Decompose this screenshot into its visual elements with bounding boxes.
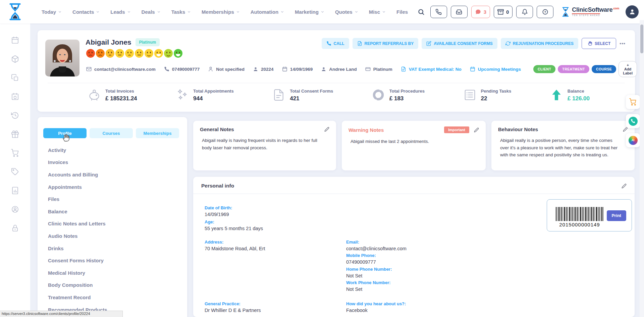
rail-lock-icon[interactable]	[11, 224, 19, 232]
client-tier[interactable]: Platinum	[365, 66, 392, 72]
mood-emoji-10[interactable]	[174, 49, 182, 58]
report-referrals-button[interactable]: REPORT REFERRALS BY	[353, 38, 419, 49]
vat-exempt-link[interactable]: VAT Exempt Medical: No	[401, 66, 462, 72]
refresh-icon	[505, 41, 511, 46]
client-owner[interactable]: Andree Land	[321, 66, 357, 72]
tab-profile[interactable]: Profile	[43, 128, 87, 138]
nav-item-deals[interactable]: Deals	[142, 9, 161, 15]
menu-item-invoices[interactable]: Invoices	[48, 156, 181, 169]
nav-item-tasks[interactable]: Tasks	[171, 9, 191, 15]
inbox-button[interactable]	[451, 6, 468, 18]
stat-total-appointments: Total Appointments944	[176, 88, 234, 102]
mood-emoji-8[interactable]	[154, 49, 163, 58]
notifications-button[interactable]	[516, 6, 533, 18]
menu-item-files[interactable]: Files	[48, 193, 181, 205]
user-avatar[interactable]	[626, 5, 639, 18]
more-options-button[interactable]: •••	[620, 41, 626, 46]
rail-cart-icon[interactable]	[11, 149, 19, 157]
rejuvenation-procedures-button[interactable]: REJUVENATION PROCEDURES	[501, 38, 578, 49]
nav-item-memberships[interactable]: Memberships	[202, 9, 240, 15]
mood-emoji-1[interactable]	[86, 49, 95, 58]
available-consent-forms-button[interactable]: AVAILABLE CONSENT FORMS	[422, 38, 497, 49]
mood-emoji-2[interactable]	[96, 49, 105, 58]
label-treatment[interactable]: TREATMENT	[558, 65, 589, 73]
nav-item-files[interactable]: Files	[396, 9, 408, 15]
ai-icon: AI	[629, 136, 638, 145]
client-id[interactable]: 20224	[253, 66, 274, 72]
client-side-panel: Profile Courses Memberships Activity Inv…	[38, 117, 187, 317]
messages-button[interactable]: 3	[471, 6, 490, 18]
nav-item-misc[interactable]: Misc	[369, 9, 386, 15]
pos-register-button[interactable]: 0	[494, 6, 513, 18]
tab-courses[interactable]: Courses	[90, 128, 133, 138]
edit-personal-info-button[interactable]	[622, 183, 627, 189]
rail-tag-icon[interactable]	[11, 168, 19, 176]
brand-logo[interactable]: ClinicSoftware.com TEN STEPS AHEAD	[561, 7, 619, 17]
menu-item-drinks[interactable]: Drinks	[48, 242, 181, 255]
help-button[interactable]: ?	[537, 6, 553, 18]
rail-calendar-icon[interactable]	[11, 36, 19, 44]
shop-icon	[497, 9, 504, 15]
client-photo[interactable]	[45, 40, 79, 76]
add-label-button[interactable]: + Add Label	[619, 61, 637, 77]
mood-emoji-7[interactable]	[145, 49, 153, 58]
left-icon-rail	[0, 23, 30, 317]
upcoming-meetings-link[interactable]: Upcoming Meetings	[470, 66, 521, 72]
phone-icon	[164, 66, 169, 72]
app-logo-hourglass-icon[interactable]	[7, 3, 23, 21]
search-icon[interactable]	[418, 8, 425, 15]
client-field-not-specified[interactable]: Not specified	[208, 66, 245, 72]
rail-report-icon[interactable]	[11, 187, 19, 195]
menu-item-clinic-notes-and-letters[interactable]: Clinic Notes and Letters	[48, 218, 181, 230]
select-button[interactable]: SELECT	[582, 38, 616, 49]
mood-emoji-3[interactable]	[106, 49, 114, 58]
floating-cart-button[interactable]	[626, 95, 640, 109]
pos-count-badge: 0	[506, 9, 509, 15]
mood-emoji-5[interactable]	[125, 49, 134, 58]
menu-item-activity[interactable]: Activity	[48, 144, 181, 156]
client-phone[interactable]: 07490009777	[164, 66, 200, 72]
important-badge: Important	[444, 126, 469, 133]
print-barcode-button[interactable]: Print	[607, 210, 626, 221]
menu-item-accounts-and-billing[interactable]: Accounts and Billing	[48, 168, 181, 181]
client-dob[interactable]: 14/09/1969	[282, 66, 313, 72]
menu-item-consent-forms-history[interactable]: Consent Forms History	[48, 254, 181, 267]
nav-item-today[interactable]: Today	[42, 9, 62, 15]
rail-copy-icon[interactable]	[11, 74, 19, 82]
rail-calendar-sync-icon[interactable]	[11, 93, 19, 101]
nav-item-contacts[interactable]: Contacts	[72, 9, 100, 15]
edit-general-notes-button[interactable]	[324, 127, 329, 132]
floating-ai-button[interactable]: AI	[626, 133, 640, 147]
rail-package-icon[interactable]	[11, 55, 19, 63]
rail-history-icon[interactable]	[11, 111, 19, 119]
nav-item-quotes[interactable]: Quotes	[335, 9, 358, 15]
tab-memberships[interactable]: Memberships	[136, 128, 179, 138]
menu-item-audio-notes[interactable]: Audio Notes	[48, 230, 181, 242]
nav-item-marketing[interactable]: Marketing	[295, 9, 324, 15]
menu-item-treatment-record[interactable]: Treatment Record	[48, 291, 181, 304]
nav-item-automation[interactable]: Automation	[251, 9, 284, 15]
rail-gift-icon[interactable]	[11, 130, 19, 138]
client-email[interactable]: contact@clinicsoftware.com	[86, 66, 156, 72]
label-course[interactable]: COURSE	[592, 65, 616, 73]
menu-item-appointments[interactable]: Appointments	[48, 181, 181, 193]
nav-item-leads[interactable]: Leads	[110, 9, 130, 15]
edit-warning-notes-button[interactable]	[474, 127, 479, 133]
scrollbar-thumb[interactable]	[640, 24, 643, 53]
person-icon	[629, 8, 636, 15]
mood-emoji-6[interactable]	[135, 49, 144, 58]
label-client[interactable]: CLIENT	[533, 65, 555, 73]
menu-item-balance[interactable]: Balance	[48, 205, 181, 218]
field-email: Email: contact@clinicsoftware.com	[346, 240, 407, 251]
mood-emoji-9[interactable]	[164, 49, 173, 58]
menu-item-medical-history[interactable]: Medical History	[48, 267, 181, 279]
stars-icon	[176, 89, 189, 101]
call-button[interactable]: CALL	[322, 38, 349, 49]
chat-bubble-icon	[475, 9, 481, 15]
menu-item-body-composition[interactable]: Body Composition	[48, 279, 181, 292]
mood-emoji-4[interactable]	[115, 49, 124, 58]
dialer-button[interactable]	[430, 6, 447, 18]
rail-account-icon[interactable]	[11, 205, 19, 213]
svg-text:?: ?	[544, 10, 546, 13]
floating-whatsapp-button[interactable]	[626, 114, 640, 128]
